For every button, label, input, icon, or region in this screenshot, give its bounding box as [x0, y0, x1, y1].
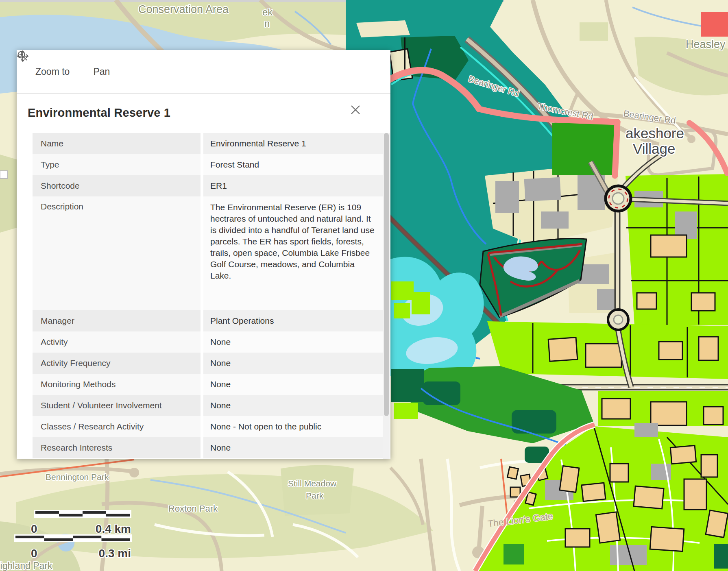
- label-conservation-area: Conservation Area: [138, 3, 229, 15]
- field-value: Forest Stand: [203, 154, 383, 175]
- field-label: Activity Frequency: [33, 353, 201, 374]
- label-lakeshore-line2: Village: [633, 141, 675, 157]
- zoom-to-label: Zoom to: [35, 66, 70, 77]
- table-row: Shortcode ER1: [33, 175, 383, 196]
- field-label: Shortcode: [33, 175, 201, 196]
- still-meadow-park-area: [281, 465, 354, 516]
- map-marker-square: [0, 171, 8, 179]
- label-still-meadow-line2: Park: [306, 491, 324, 500]
- field-label: Activity: [33, 331, 201, 353]
- table-row: Activity None: [33, 331, 383, 353]
- label-roxton-park: Roxton Park: [168, 503, 218, 514]
- green-field-block: [552, 123, 616, 175]
- popup-scrollbar-thumb[interactable]: [384, 133, 389, 416]
- field-value: Environmental Reserve 1: [203, 133, 383, 154]
- field-value: None: [203, 331, 383, 353]
- label-bennington-park: Bennington Park: [46, 472, 109, 482]
- field-value: ER1: [203, 175, 383, 196]
- field-value: None: [203, 353, 383, 374]
- roundabout-lower: [608, 309, 628, 330]
- table-row: Monitoring Methods None: [33, 374, 383, 395]
- table-row: Description The Environmental Reserve (E…: [33, 196, 383, 310]
- table-row: Classes / Research Activity None - Not o…: [33, 416, 383, 437]
- scalebar-km-zero: 0: [31, 523, 37, 535]
- field-label: Monitoring Methods: [33, 374, 201, 395]
- table-row: Manager Plant Operations: [33, 310, 383, 331]
- label-heasley-park: Heasley Pa: [686, 38, 728, 50]
- columbia-lake: [387, 257, 484, 385]
- close-button[interactable]: [349, 103, 365, 119]
- field-value: Plant Operations: [203, 310, 383, 331]
- feature-popup: Zoom to Pan Environmental Reserve 1: [17, 50, 390, 459]
- popup-title: Environmental Reserve 1: [28, 106, 170, 120]
- label-creek-fragment-2: n: [264, 18, 270, 29]
- field-value: None: [203, 374, 383, 395]
- scalebar-km-bar: [35, 511, 130, 517]
- scalebar-mi-label: 0.3 mi: [99, 547, 131, 560]
- field-zone-east: [626, 174, 728, 325]
- scalebar-mi-bar: [15, 536, 130, 541]
- field-label: Name: [33, 133, 201, 154]
- label-highland-park: Highland Park: [0, 560, 52, 571]
- scalebar-km-label: 0.4 km: [96, 523, 131, 535]
- table-row: Name Environmental Reserve 1: [33, 133, 383, 154]
- field-value: None: [203, 437, 383, 458]
- field-value: None - Not open to the public: [203, 416, 383, 437]
- field-label: Classes / Research Activity: [33, 416, 201, 437]
- zoom-to-button[interactable]: Zoom to: [31, 66, 70, 77]
- label-lakeshore-line1: akeshore: [626, 125, 684, 141]
- map-application: Conservation Area ek n Heasley Pa Bearin…: [0, 0, 728, 571]
- label-still-meadow-line1: Still Meadow: [288, 479, 337, 488]
- pan-label: Pan: [93, 66, 110, 77]
- label-creek-fragment-1: ek: [262, 7, 273, 17]
- field-value: None: [203, 395, 383, 416]
- scalebar-mi-zero: 0: [31, 547, 37, 560]
- field-label: Manager: [33, 310, 201, 331]
- field-value: The Environmental Reserve (ER) is 109 he…: [203, 196, 383, 310]
- attribute-table: Name Environmental Reserve 1 Type Forest…: [33, 133, 383, 458]
- roundabout-upper: [606, 186, 631, 211]
- boundary-corner-patch: [701, 12, 728, 37]
- field-label: Research Interests: [33, 437, 201, 458]
- table-row: Activity Frequency None: [33, 353, 383, 374]
- table-row: Student / Volunteer Involvement None: [33, 395, 383, 416]
- popup-toolbar: Zoom to Pan: [17, 50, 390, 94]
- field-label: Description: [33, 196, 201, 310]
- table-row: Type Forest Stand: [33, 154, 383, 175]
- table-row: Research Interests None: [33, 437, 383, 458]
- field-label: Student / Volunteer Involvement: [33, 395, 201, 416]
- field-label: Type: [33, 154, 201, 175]
- pan-button[interactable]: Pan: [89, 66, 110, 77]
